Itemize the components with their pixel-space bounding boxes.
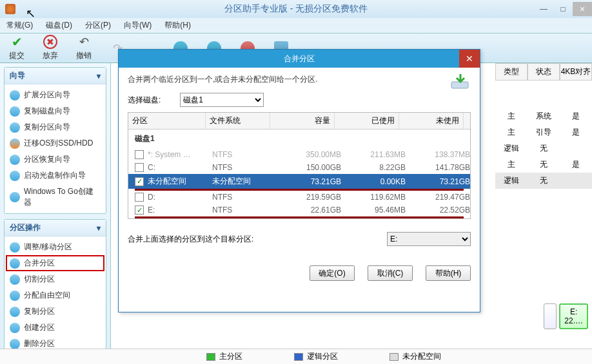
grid-row[interactable]: *: System …NTFS350.00MB211.63MB138.37MB [128,148,470,161]
menubar: 常规(G) 磁盘(D) 分区(P) 向导(W) 帮助(H) [0,18,592,34]
wizard-item[interactable]: 扩展分区向导 [6,87,104,103]
collapse-icon[interactable]: ▾ [97,224,101,233]
maximize-button[interactable]: □ [553,2,573,16]
wizard-icon [10,155,20,165]
grid-row[interactable]: C:NTFS150.00GB8.22GB141.78GB [128,161,470,174]
menu-general[interactable]: 常规(G) [6,20,33,31]
col-partition[interactable]: 分区 [128,113,206,129]
panel-title: 分区操作 [10,222,41,233]
table-row[interactable]: 逻辑无 [495,173,592,189]
ops-icon [10,323,20,333]
dialog-close-button[interactable]: ✕ [459,50,480,68]
grid-row[interactable]: E:NTFS22.61GB95.46MB22.52GB [128,204,470,216]
wizard-icon [10,192,20,202]
ops-icon [10,258,20,269]
wizard-item[interactable]: Windows To Go创建器 [6,184,104,211]
ops-icon [10,291,20,301]
wizard-item[interactable]: 启动光盘制作向导 [6,168,104,184]
col-status[interactable]: 状态 [528,63,560,81]
wizard-item[interactable]: 迁移OS到SSD/HDD [6,135,104,151]
wizard-icon [10,90,20,101]
col-free[interactable]: 未使用 [399,113,464,129]
statusbar: 主分区 逻辑分区 未分配空间 [0,349,592,364]
window-title: 分区助手专业版 - 无损分区免费软件 [224,3,368,15]
checkbox[interactable] [135,206,144,215]
col-capacity[interactable]: 容量 [270,113,335,129]
ops-item[interactable]: 创建分区 [6,320,104,336]
merge-icon [450,73,471,91]
dialog-description: 合并两个临近分区到一个,或合并未分配空间给一个分区. [128,74,471,85]
table-row[interactable]: 主引导是 [495,124,592,140]
right-columns: 类型 状态 4KB对齐 [495,63,592,81]
wizard-item[interactable]: 分区恢复向导 [6,151,104,168]
ops-icon [10,274,20,285]
ops-item[interactable]: 删除分区 [6,336,104,349]
discard-button[interactable]: ✖放弃 [39,35,62,61]
dialog-titlebar: 合并分区 ✕ [119,50,480,68]
minimize-button[interactable]: — [534,2,553,16]
table-row[interactable]: 主系统是 [495,108,592,124]
wizard-panel: 向导▾ 扩展分区向导复制磁盘向导复制分区向导迁移OS到SSD/HDD分区恢复向导… [4,67,106,214]
wizard-item[interactable]: 复制分区向导 [6,119,104,135]
ops-item[interactable]: 合并分区 [6,255,104,271]
grid-row[interactable]: 未分配空间未分配空间73.21GB0.00KB73.21GB [128,174,470,189]
target-select[interactable]: E: [387,232,471,246]
panel-title: 向导 [10,70,25,81]
merge-dialog: 合并分区 ✕ 合并两个临近分区到一个,或合并未分配空间给一个分区. 选择磁盘: … [118,49,480,312]
collapse-icon[interactable]: ▾ [97,72,101,81]
target-label: 合并上面选择的分区到这个目标分区: [128,234,253,245]
disk-select[interactable]: 磁盘1 [180,93,264,107]
checkbox[interactable] [135,193,144,202]
undo-icon: ↶ [77,35,91,49]
menu-wizard[interactable]: 向导(W) [124,20,152,31]
commit-button[interactable]: ✔提交 [5,35,28,61]
close-button[interactable]: × [573,2,592,16]
swatch-logical [294,353,303,361]
legend-unalloc: 未分配空间 [402,351,441,362]
table-row[interactable]: 主无是 [495,157,592,173]
table-row[interactable]: 逻辑无 [495,140,592,157]
disk-segment-e[interactable]: E:22.… [559,303,588,329]
wizard-icon [10,106,20,117]
wizard-icon [10,139,20,149]
checkbox[interactable] [135,150,144,159]
ops-item[interactable]: 调整/移动分区 [6,239,104,255]
ops-icon [10,339,20,349]
disk-segment[interactable] [544,303,557,329]
ops-icon [10,242,20,253]
disk-group: 磁盘1 [128,129,470,148]
menu-help[interactable]: 帮助(H) [164,20,191,31]
wizard-icon [10,122,20,133]
svg-rect-0 [451,82,468,88]
ops-icon [10,307,20,317]
ops-panel: 分区操作▾ 调整/移动分区合并分区切割分区分配自由空间复制分区创建分区删除分区格… [4,219,106,349]
highlight-underline [135,216,464,218]
wizard-icon [10,171,20,181]
undo-button[interactable]: ↶撤销 [72,35,95,61]
app-icon [5,4,15,14]
menu-disk[interactable]: 磁盘(D) [46,20,72,31]
cancel-button[interactable]: 取消(C) [368,265,413,281]
select-disk-label: 选择磁盘: [128,95,161,106]
titlebar: 分区助手专业版 - 无损分区免费软件 — □ × [0,0,592,18]
check-icon: ✔ [10,35,24,49]
ops-item[interactable]: 分配自由空间 [6,287,104,303]
col-align[interactable]: 4KB对齐 [560,63,592,81]
grid-row[interactable]: D:NTFS219.59GB119.62MB219.47GB [128,191,470,204]
col-type[interactable]: 类型 [495,63,528,81]
ops-item[interactable]: 切割分区 [6,271,104,287]
checkbox[interactable] [135,163,144,172]
wizard-item[interactable]: 复制磁盘向导 [6,103,104,119]
col-used[interactable]: 已使用 [335,113,399,129]
partition-grid: 分区 文件系统 容量 已使用 未使用 磁盘1 *: System …NTFS35… [128,112,471,219]
checkbox[interactable] [135,177,144,186]
swatch-unalloc [390,353,399,361]
legend-primary: 主分区 [219,351,242,362]
ok-button[interactable]: 确定(O) [310,265,355,281]
col-fs[interactable]: 文件系统 [206,113,270,129]
dialog-title: 合并分区 [284,53,315,64]
discard-icon: ✖ [43,35,57,49]
ops-item[interactable]: 复制分区 [6,303,104,320]
help-button[interactable]: 帮助(H) [426,265,471,281]
menu-partition[interactable]: 分区(P) [85,20,111,31]
